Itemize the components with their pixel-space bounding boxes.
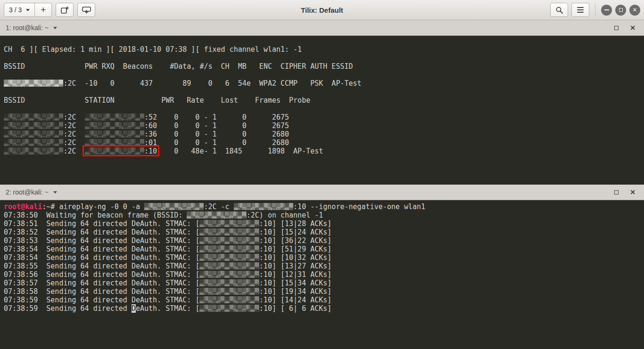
redacted-bssid — [4, 147, 63, 154]
terminal-1-airodump[interactable]: CH 6 ][ Elapsed: 1 min ][ 2018-01-10 07:… — [0, 36, 644, 185]
session-indicator-label: 3 / 3 — [9, 6, 22, 14]
deauth-line: 07:38:54 Sending 64 directed DeAuth. STM… — [4, 253, 640, 262]
maximize-pane-icon[interactable] — [614, 26, 619, 30]
titlebar[interactable]: Tilix: Default 3 / 3 + — [0, 0, 644, 20]
menu-icon — [577, 9, 584, 10]
titlebar-separator — [595, 3, 595, 16]
redacted-station-mac — [85, 122, 144, 129]
pane-1-title: 1: root@kali: ~ — [6, 24, 49, 32]
waiting-line: 07:38:50 Waiting for beacon frame (BSSID… — [4, 211, 640, 219]
redacted-station-mac — [85, 147, 144, 154]
minimize-button[interactable] — [601, 5, 612, 16]
target-station-highlight-box: :10 — [85, 147, 157, 155]
tilix-window: Tilix: Default 3 / 3 + — [0, 0, 644, 349]
ap-row-text: :2C -10 0 437 89 0 6 54e WPA2 CCMP PSK A… — [63, 79, 361, 88]
pane-2-title: 2: root@kali: ~ — [6, 188, 49, 196]
command-line: root@kali:~# aireplay-ng -0 0 -a :2C -c … — [4, 203, 640, 211]
close-pane-icon[interactable]: ✕ — [630, 24, 636, 31]
new-session-button[interactable]: + — [35, 3, 52, 17]
station-row: :2C :36 0 0 - 1 0 2680 — [4, 130, 640, 138]
session-indicator-button[interactable]: 3 / 3 — [4, 3, 35, 17]
deauth-line: 07:38:54 Sending 64 directed DeAuth. STM… — [4, 245, 640, 253]
ap-header-text: BSSID PWR RXQ Beacons #Data, #/s CH MB E… — [4, 62, 353, 71]
redacted-bssid — [4, 114, 63, 121]
redacted-bssid — [144, 203, 204, 210]
deauth-line: 07:38:52 Sending 64 directed DeAuth. STM… — [4, 228, 640, 236]
redacted-station-mac — [199, 262, 259, 269]
redacted-station-mac — [85, 114, 144, 121]
terminal-2-aireplay[interactable]: root@kali:~# aireplay-ng -0 0 -a :2C -c … — [0, 200, 644, 349]
redacted-station-mac — [85, 130, 144, 138]
redacted-station-mac — [199, 279, 259, 286]
deauth-line: 07:38:53 Sending 64 directed DeAuth. STM… — [4, 236, 640, 245]
deauth-line: 07:38:57 Sending 64 directed DeAuth. STM… — [4, 279, 640, 287]
redacted-station-mac — [199, 296, 259, 303]
station-header-text: BSSID STATION PWR Rate Lost Frames Probe — [4, 96, 310, 105]
chevron-down-icon — [26, 9, 30, 11]
airodump-status-line: CH 6 ][ Elapsed: 1 min ][ 2018-01-10 07:… — [4, 45, 640, 54]
redacted-station-mac — [199, 254, 259, 261]
redacted-bssid — [4, 139, 63, 146]
close-button[interactable]: ✕ — [629, 5, 640, 16]
redacted-station-mac — [199, 271, 259, 278]
redacted-bssid — [4, 130, 63, 138]
deauth-line: 07:38:59 Sending 64 directed DeAuth. STM… — [4, 296, 640, 304]
deauth-line: 07:38:56 Sending 64 directed DeAuth. STM… — [4, 270, 640, 279]
pane-2-header[interactable]: 2: root@kali: ~ ✕ — [0, 185, 644, 200]
redacted-bssid — [4, 80, 63, 87]
redacted-station-mac — [234, 203, 293, 210]
terminal-cursor: D — [132, 304, 136, 313]
station-table-header: BSSID STATION PWR Rate Lost Frames Probe — [4, 96, 640, 105]
pane-1-title-dropdown[interactable]: 1: root@kali: ~ — [6, 24, 57, 32]
station-row: :2C :52 0 0 - 1 0 2675 — [4, 113, 640, 122]
redacted-station-mac — [199, 237, 259, 244]
station-row-highlighted: :2C :10 0 48e- 1 1845 1898 AP-Test — [4, 147, 640, 155]
redacted-station-mac — [85, 139, 144, 146]
redacted-station-mac — [199, 228, 259, 235]
redacted-bssid — [187, 211, 246, 219]
chevron-down-icon — [53, 27, 57, 29]
split-terminal-right-button[interactable] — [56, 3, 74, 17]
minimize-icon — [604, 9, 609, 10]
pane-1-header[interactable]: 1: root@kali: ~ ✕ — [0, 20, 644, 36]
maximize-button[interactable] — [615, 5, 626, 16]
plus-icon: + — [41, 5, 46, 15]
close-icon: ✕ — [632, 7, 637, 13]
station-row: :2C :60 0 0 - 1 0 2675 — [4, 122, 640, 130]
station-row: :2C :01 0 0 - 1 0 2680 — [4, 138, 640, 147]
session-switcher: 3 / 3 + — [4, 3, 52, 17]
deauth-line: 07:38:58 Sending 64 directed DeAuth. STM… — [4, 287, 640, 296]
deauth-line: 07:38:51 Sending 64 directed DeAuth. STM… — [4, 219, 640, 228]
deauth-line-with-cursor: 07:38:59 Sending 64 directed DeAuth. STM… — [4, 304, 640, 313]
close-pane-icon[interactable]: ✕ — [630, 189, 636, 195]
split-terminal-down-button[interactable] — [77, 3, 95, 17]
ap-row: :2C -10 0 437 89 0 6 54e WPA2 CCMP PSK A… — [4, 79, 640, 88]
maximize-icon — [619, 8, 623, 12]
redacted-station-mac — [199, 288, 259, 295]
maximize-pane-icon[interactable] — [614, 190, 619, 195]
prompt-user: root@kali — [4, 203, 42, 211]
window-title: Tilix: Default — [0, 6, 644, 14]
pane-2-title-dropdown[interactable]: 2: root@kali: ~ — [6, 188, 57, 196]
menu-button[interactable] — [571, 3, 589, 17]
redacted-station-mac — [199, 220, 259, 227]
redacted-bssid — [4, 122, 63, 129]
ap-table-header: BSSID PWR RXQ Beacons #Data, #/s CH MB E… — [4, 62, 640, 71]
split-down-icon — [82, 6, 91, 15]
deauth-line: 07:38:55 Sending 64 directed DeAuth. STM… — [4, 262, 640, 270]
redacted-station-mac — [199, 245, 259, 252]
search-button[interactable] — [550, 3, 568, 17]
status-text: CH 6 ][ Elapsed: 1 min ][ 2018-01-10 07:… — [4, 45, 302, 54]
redacted-station-mac — [199, 305, 259, 312]
chevron-down-icon — [53, 191, 57, 194]
search-icon — [555, 6, 563, 14]
split-right-icon — [60, 6, 69, 15]
